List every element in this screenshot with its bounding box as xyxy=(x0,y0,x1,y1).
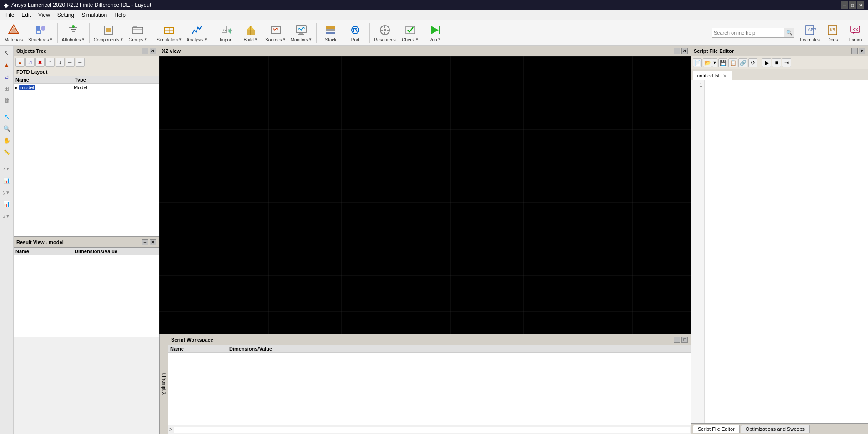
sw-header-row: Name Dimensions/Value xyxy=(168,345,691,353)
toolbar-components[interactable]: Components▼ xyxy=(92,22,126,43)
maximize-button[interactable]: □ xyxy=(849,1,856,9)
toolbar-import[interactable]: GDS Import xyxy=(214,22,238,43)
search-input[interactable] xyxy=(712,28,784,38)
groups-label: Groups▼ xyxy=(128,37,147,42)
tree-btn-down[interactable]: ↓ xyxy=(56,58,65,67)
xz-view-canvas[interactable] xyxy=(159,56,691,334)
toolbar-check[interactable]: Check▼ xyxy=(399,22,422,43)
tab-optimizations-sweeps[interactable]: Optimizations and Sweeps xyxy=(741,425,810,433)
menu-edit[interactable]: Edit xyxy=(18,11,35,19)
toolbar-analysis[interactable]: Analysis▼ xyxy=(185,22,209,43)
toolbar-build[interactable]: Build▼ xyxy=(239,22,262,43)
tool-select[interactable]: ↖ xyxy=(1,47,12,58)
sfe-refresh[interactable]: ↺ xyxy=(748,58,757,67)
tool-structures-multi[interactable]: ⊿ xyxy=(1,71,12,82)
title-bar-left: ◆ Ansys Lumerical 2020 R2.2 Finite Diffe… xyxy=(4,1,151,9)
toolbar-sources[interactable]: Sources▼ xyxy=(263,22,288,43)
svg-rect-24 xyxy=(296,26,306,33)
sfe-close[interactable]: ✕ xyxy=(859,48,865,54)
close-button[interactable]: ✕ xyxy=(857,1,864,9)
tree-btn-up[interactable]: ↑ xyxy=(45,58,55,67)
tool-bar-chart[interactable]: 📊 xyxy=(1,175,12,186)
sfe-save[interactable]: 💾 xyxy=(718,58,727,67)
sfe-tab-filename: untitled.lsf xyxy=(697,73,720,78)
sfe-step[interactable]: ⇥ xyxy=(782,58,791,67)
objects-tree-close[interactable]: ✕ xyxy=(150,48,156,54)
tab-script-file-editor[interactable]: Script File Editor xyxy=(693,425,740,433)
toolbar-forum[interactable]: KX Forum xyxy=(844,22,866,43)
script-workspace-bottom: t Prompt X Script Workspace ─ □ Name Dim… xyxy=(159,334,691,434)
sw-col-name: Name xyxy=(170,346,229,352)
monitors-icon xyxy=(294,23,308,37)
tree-btn-right[interactable]: → xyxy=(76,58,85,67)
tool-ruler[interactable]: 📏 xyxy=(1,147,12,158)
result-view-close[interactable]: ✕ xyxy=(150,239,156,245)
toolbar: Materials Structures▼ Attributes▼ xyxy=(0,20,868,46)
forum-label: Forum xyxy=(849,37,862,42)
toolbar-attributes[interactable]: Attributes▼ xyxy=(60,22,87,43)
prompt-input[interactable] xyxy=(174,427,690,433)
sfe-open-dropdown[interactable]: ▼ xyxy=(712,58,717,67)
toolbar-structures[interactable]: Structures▼ xyxy=(26,22,55,43)
tool-arrow[interactable]: ↖ xyxy=(1,111,12,122)
toolbar-simulation[interactable]: Simulation▼ xyxy=(155,22,184,43)
tree-col-name: Name xyxy=(15,77,75,82)
tree-btn-left[interactable]: ← xyxy=(66,58,75,67)
menu-view[interactable]: View xyxy=(35,11,54,19)
menu-help[interactable]: Help xyxy=(111,11,129,19)
toolbar-resources[interactable]: Resources xyxy=(372,22,398,43)
svg-text:KX: KX xyxy=(853,27,858,32)
sw-expand[interactable]: □ xyxy=(681,337,688,343)
sfe-minimize[interactable]: ─ xyxy=(851,48,858,54)
toolbar-examples[interactable]: APP Examples xyxy=(799,22,821,43)
tree-row-model[interactable]: ▸ model Model xyxy=(14,84,159,91)
toolbar-port[interactable]: Port xyxy=(343,22,367,43)
xz-close[interactable]: ✕ xyxy=(681,48,688,54)
sfe-tab-untitled[interactable]: untitled.lsf ✕ xyxy=(693,71,732,80)
xz-minimize[interactable]: ─ xyxy=(674,48,680,54)
tree-btn-add-structures[interactable]: ▲ xyxy=(15,58,25,67)
sfe-tab-close[interactable]: ✕ xyxy=(722,72,728,79)
tree-btn-x[interactable]: ✖ xyxy=(35,58,45,67)
sfe-code-area[interactable] xyxy=(705,80,868,423)
tool-delete[interactable]: 🗑 xyxy=(1,95,12,106)
structures-icon xyxy=(33,23,48,37)
tool-add-group[interactable]: ⊞ xyxy=(1,83,12,94)
tool-zoom[interactable]: 🔍 xyxy=(1,123,12,134)
sfe-open[interactable]: 📂 xyxy=(703,58,712,67)
sfe-stop[interactable]: ■ xyxy=(772,58,781,67)
sfe-new[interactable]: 📄 xyxy=(693,58,702,67)
toolbar-groups[interactable]: Groups▼ xyxy=(126,22,150,43)
menu-simulation[interactable]: Simulation xyxy=(78,11,111,19)
tool-hand[interactable]: ✋ xyxy=(1,135,12,146)
toolbar-stack[interactable]: Stack xyxy=(319,22,343,43)
title-bar-controls: ─ □ ✕ xyxy=(841,1,864,9)
toolbar-run[interactable]: Run▼ xyxy=(423,22,447,43)
resources-icon xyxy=(378,23,392,37)
sfe-tab-bar: untitled.lsf ✕ xyxy=(691,69,868,80)
port-label: Port xyxy=(351,37,359,42)
toolbar-monitors[interactable]: Monitors▼ xyxy=(289,22,314,43)
svg-rect-49 xyxy=(159,56,691,334)
sfe-run-all[interactable]: ▶ xyxy=(762,58,771,67)
objects-tree-minimize[interactable]: ─ xyxy=(142,48,148,54)
toolbar-materials[interactable]: Materials xyxy=(2,22,25,43)
xz-grid xyxy=(159,56,691,334)
sfe-save-as[interactable]: 📋 xyxy=(728,58,737,67)
result-header: Name Dimensions/Value xyxy=(14,248,159,255)
search-button[interactable]: 🔍 xyxy=(784,28,794,38)
sfe-editor[interactable]: 1 xyxy=(691,80,868,423)
toolbar-docs[interactable]: KB Docs xyxy=(822,22,843,43)
result-view-minimize[interactable]: ─ xyxy=(142,239,148,245)
sfe-script-env[interactable]: 🔗 xyxy=(738,58,747,67)
svg-point-4 xyxy=(41,26,45,31)
menu-file[interactable]: File xyxy=(2,11,18,19)
tool-y-indicator: y▼ xyxy=(1,187,12,198)
menu-setting[interactable]: Setting xyxy=(54,11,78,19)
docs-icon: KB xyxy=(825,23,840,37)
sw-minimize[interactable]: ─ xyxy=(674,337,680,343)
tool-bar-chart2[interactable]: 📊 xyxy=(1,199,12,209)
tree-btn-multi[interactable]: ⊿ xyxy=(25,58,35,67)
minimize-button[interactable]: ─ xyxy=(841,1,848,9)
tool-structures-tri[interactable]: ▲ xyxy=(1,59,12,70)
